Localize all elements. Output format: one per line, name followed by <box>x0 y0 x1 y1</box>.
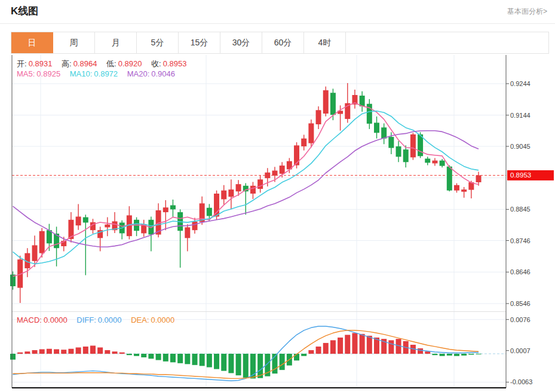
svg-text:0.0007: 0.0007 <box>510 347 531 354</box>
svg-text:0.8646: 0.8646 <box>510 268 531 275</box>
svg-text:0.9144: 0.9144 <box>510 112 531 119</box>
header-divider <box>0 23 555 24</box>
tab-15分[interactable]: 15分 <box>179 32 220 53</box>
kline-chart[interactable]: 0.92440.91440.90450.88450.87460.86460.85… <box>0 55 555 392</box>
kline-chart-area: 0.92440.91440.90450.88450.87460.86460.85… <box>0 55 555 392</box>
tab-5分[interactable]: 5分 <box>137 32 179 53</box>
tab-4时[interactable]: 4时 <box>304 32 346 53</box>
last-price-badge-text: 0.8953 <box>510 172 531 179</box>
svg-text:0.9244: 0.9244 <box>510 80 531 87</box>
svg-text:0.0076: 0.0076 <box>510 316 531 323</box>
tab-周[interactable]: 周 <box>53 32 95 53</box>
tab-日[interactable]: 日 <box>11 32 53 53</box>
svg-text:-0.0063: -0.0063 <box>510 378 532 385</box>
candlesticks <box>10 83 482 303</box>
fundamental-analysis-link[interactable]: 基本面分析> <box>507 7 547 17</box>
page-title: K线图 <box>11 4 38 18</box>
tab-月[interactable]: 月 <box>95 32 137 53</box>
svg-text:0.8746: 0.8746 <box>510 237 531 244</box>
interval-tabbar: 日周月5分15分30分60分4时 <box>11 32 549 54</box>
svg-text:0.8546: 0.8546 <box>510 300 531 307</box>
axis-labels: 0.92440.91440.90450.88450.87460.86460.85… <box>506 80 532 385</box>
svg-text:0.9045: 0.9045 <box>510 143 531 150</box>
tab-30分[interactable]: 30分 <box>220 32 262 53</box>
svg-text:0.8845: 0.8845 <box>510 206 531 213</box>
tab-60分[interactable]: 60分 <box>262 32 304 53</box>
